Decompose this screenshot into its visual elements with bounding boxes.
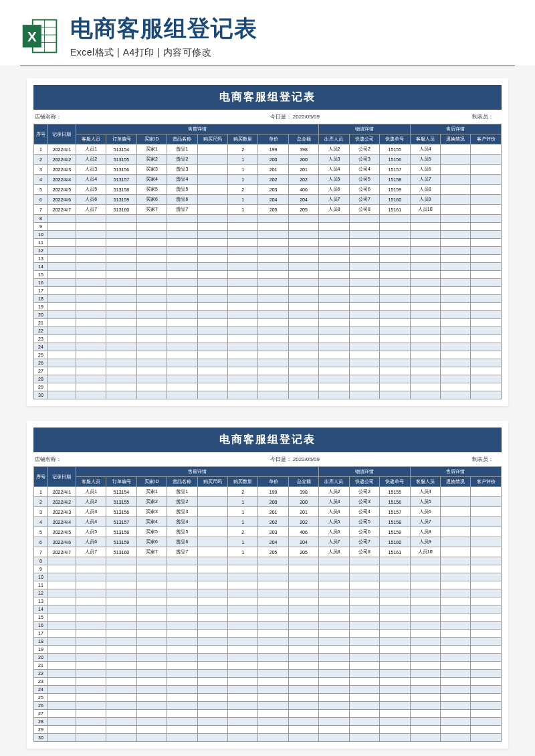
cell: 2022/4/3 [47, 507, 76, 517]
cell [228, 255, 258, 263]
cell [167, 702, 197, 710]
cell [471, 295, 502, 303]
cell [471, 255, 502, 263]
cell [349, 359, 379, 367]
cell [440, 391, 470, 399]
cell [47, 335, 76, 343]
cell [47, 263, 76, 271]
cell [380, 670, 410, 678]
cell: 15158 [380, 175, 410, 185]
date-field: 今日是： 2022/05/09 [218, 456, 371, 463]
cell [471, 726, 502, 734]
cell: 买家1 [136, 145, 167, 155]
col-seq: 序号 [34, 124, 48, 145]
cell [106, 303, 136, 311]
cell: 513158 [106, 185, 136, 195]
cell [410, 295, 440, 303]
cell [136, 622, 167, 630]
cell [136, 287, 167, 295]
cell [258, 678, 288, 686]
cell [258, 271, 288, 279]
table-row: 14 [34, 263, 502, 271]
cell [288, 335, 318, 343]
cell [228, 702, 258, 710]
cell [197, 205, 227, 215]
cell: 人员2 [76, 497, 106, 507]
cell [136, 359, 167, 367]
cell [380, 726, 410, 734]
cell [167, 597, 197, 605]
cell [380, 589, 410, 597]
cell [440, 726, 470, 734]
cell [228, 718, 258, 726]
cell: 204 [258, 537, 288, 547]
cell [319, 589, 349, 597]
cell [288, 223, 318, 231]
cell [319, 303, 349, 311]
cell: 17 [34, 630, 48, 638]
cell [197, 638, 227, 646]
cell [288, 710, 318, 718]
cell [167, 327, 197, 335]
cell [136, 589, 167, 597]
cell [440, 547, 470, 557]
shop-label: 店铺名称： [35, 456, 218, 463]
meta-row: 店铺名称：今日是： 2022/05/09制表员： [33, 110, 502, 124]
table-row: 17 [34, 630, 502, 638]
cell [197, 383, 227, 391]
cell: 16 [34, 279, 48, 287]
cell [380, 295, 410, 303]
cell [258, 654, 288, 662]
cell: 买家7 [136, 547, 167, 557]
cell [440, 255, 470, 263]
cell [410, 565, 440, 573]
cell [106, 646, 136, 654]
page-header: X 电商客服组登记表 Excel格式 | A4打印 | 内容可修改 [0, 0, 535, 66]
cell [380, 565, 410, 573]
cell [47, 581, 76, 589]
cell: 人员2 [76, 155, 106, 165]
cell [319, 279, 349, 287]
cell [380, 605, 410, 613]
cell [76, 710, 106, 718]
cell [197, 702, 227, 710]
cell [197, 231, 227, 239]
cell [197, 726, 227, 734]
cell [228, 710, 258, 718]
cell: 15156 [380, 155, 410, 165]
cell [440, 573, 470, 581]
cell [228, 287, 258, 295]
cell: 202 [288, 517, 318, 527]
cell [288, 670, 318, 678]
table-row: 26 [34, 359, 502, 367]
cell [319, 726, 349, 734]
cell [197, 517, 227, 527]
cell [319, 223, 349, 231]
cell [349, 375, 379, 383]
cell: 人员7 [76, 547, 106, 557]
cell [349, 581, 379, 589]
cell [349, 231, 379, 239]
cell [228, 263, 258, 271]
cell: 14 [34, 605, 48, 613]
cell [197, 670, 227, 678]
cell [258, 662, 288, 670]
cell: 买家6 [136, 537, 167, 547]
cell: 1 [228, 537, 258, 547]
cell: 人员9 [410, 537, 440, 547]
cell [288, 271, 318, 279]
cell [440, 517, 470, 527]
cell [440, 702, 470, 710]
cell [136, 605, 167, 613]
cell [76, 311, 106, 319]
cell [440, 359, 470, 367]
cell: 公司3 [349, 155, 379, 165]
cell [228, 734, 258, 742]
cell: 513156 [106, 507, 136, 517]
cell [440, 319, 470, 327]
spreadsheet-preview-2: 电商客服组登记表店铺名称：今日是： 2022/05/09制表员：序号记录日期售前… [27, 421, 508, 749]
cell [349, 622, 379, 630]
cell [167, 255, 197, 263]
cell: 人员6 [410, 165, 440, 175]
cell: 公司5 [349, 517, 379, 527]
